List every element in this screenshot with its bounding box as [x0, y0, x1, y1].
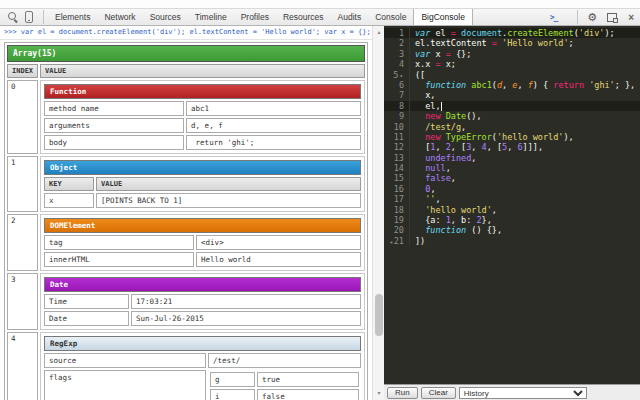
line-number: 6 [384, 80, 410, 90]
value-cell: ObjectKEYVALUEx[POINTS BACK TO 1] [40, 156, 365, 212]
code-token: () {}, [466, 225, 502, 235]
device-mode-icon[interactable] [25, 11, 33, 23]
tab-sources[interactable]: Sources [143, 9, 188, 25]
code-token: ([ [415, 70, 425, 80]
property-value-cell: Sun-Jul-26-2015 [131, 311, 361, 326]
line-number: 14 [384, 163, 410, 173]
code-line: 'hello world', [410, 205, 497, 215]
editor-line: 16 0, [384, 184, 640, 194]
code-token: , [446, 163, 451, 173]
line-number: 16 [384, 184, 410, 194]
code-token [415, 163, 425, 173]
line-number: 4 [384, 59, 410, 69]
editor-line: 17 '', [384, 194, 640, 204]
result-table-container: Array(15)INDEXVALUE0Functionmethod namea… [0, 40, 372, 400]
code-line: false, [410, 173, 456, 183]
tab-bigconsole[interactable]: BigConsole [413, 9, 472, 25]
line-number: 17 [384, 194, 410, 204]
type-header-row: Date [44, 277, 361, 292]
tab-console[interactable]: Console [368, 9, 413, 25]
tab-elements[interactable]: Elements [48, 9, 97, 25]
subtable-key-cell: i [210, 389, 255, 400]
property-value-cell: abc1 [186, 101, 361, 116]
line-number: 7 [384, 90, 410, 100]
line-number: 9 [384, 111, 410, 121]
line-number: 15 [384, 173, 410, 183]
code-token: , b: [451, 215, 477, 225]
editor-line: 5▾([ [384, 70, 640, 80]
type-table-function: Functionmethod nameabc1argumentsd, e, fb… [42, 82, 363, 152]
settings-gear-icon[interactable]: ⚙ [587, 12, 597, 22]
line-number: 11 [384, 132, 410, 142]
index-cell: 3 [7, 273, 38, 330]
subtable-row: ifalse [210, 389, 359, 400]
code-token: 'hello world' [497, 132, 564, 142]
array-result-table: Array(15)INDEXVALUE0Functionmethod namea… [4, 42, 368, 400]
code-token: function [425, 225, 466, 235]
property-name-cell: Time [44, 294, 129, 309]
tab-profiles[interactable]: Profiles [234, 9, 276, 25]
property-row: x[POINTS BACK TO 1] [44, 193, 361, 208]
property-name-cell: body [44, 135, 184, 150]
tab-resources[interactable]: Resources [276, 9, 331, 25]
code-token: new [425, 111, 440, 121]
close-devtools-icon[interactable]: × [628, 12, 634, 23]
devtools-toolbar: ElementsNetworkSourcesTimelineProfilesRe… [0, 8, 640, 26]
console-output-pane: >>> var el = document.createElement('div… [0, 26, 372, 400]
code-token: var [415, 49, 430, 59]
code-token: , [471, 153, 476, 163]
index-cell: 1 [7, 156, 38, 212]
dock-side-icon[interactable] [607, 13, 617, 22]
editor-line: 9 new Date(), [384, 111, 640, 121]
index-cell: 2 [7, 214, 38, 271]
code-token: Date [446, 111, 466, 121]
clear-button[interactable]: Clear [421, 387, 456, 399]
property-value-cell: <div> [196, 235, 361, 250]
code-line: el.textContent = 'Hello world'; [410, 38, 574, 48]
property-row: innerHTMLHello world [44, 252, 361, 267]
property-value-cell: [POINTS BACK TO 1] [96, 193, 361, 208]
flags-subtable: gtrueifalsemfalse [208, 370, 361, 400]
type-table-domelement: DOMElementtag<div>innerHTMLHello world [42, 216, 363, 269]
tab-network[interactable]: Network [97, 9, 142, 25]
fold-marker-icon[interactable]: ▾ [398, 72, 404, 79]
property-row: DateSun-Jul-26-2015 [44, 311, 361, 326]
code-token [415, 80, 425, 90]
code-editor[interactable]: 1var el = document.createElement('div');… [384, 26, 640, 384]
search-icon[interactable] [7, 11, 19, 23]
code-token: ) { [533, 80, 553, 90]
history-select[interactable]: History [459, 387, 587, 399]
type-header: Date [44, 277, 361, 292]
property-row: flagsgtrueifalsemfalse [44, 370, 361, 400]
tab-audits[interactable]: Audits [331, 9, 369, 25]
array-title: Array(15) [7, 45, 365, 62]
code-token: ]) [415, 236, 425, 246]
code-token: document [461, 28, 502, 38]
console-drawer-icon[interactable]: >_ [550, 13, 558, 22]
property-value-cell: return 'ghi'; [186, 135, 361, 150]
line-number: 3 [384, 49, 410, 59]
code-token: , [492, 205, 497, 215]
array-row-0: 0Functionmethod nameabc1argumentsd, e, f… [7, 80, 365, 154]
editor-line: 14 null, [384, 163, 640, 173]
output-scrollbar[interactable]: ▴ ▾ [372, 26, 384, 400]
code-token: 'ghi' [589, 80, 615, 90]
array-row-2: 2DOMElementtag<div>innerHTMLHello world [7, 214, 365, 271]
tab-timeline[interactable]: Timeline [188, 9, 234, 25]
code-line: {a: 1, b: 2}, [410, 215, 492, 225]
scrollbar-thumb[interactable] [375, 294, 383, 336]
code-token: , [435, 142, 445, 152]
code-token: x, [415, 90, 435, 100]
run-button[interactable]: Run [387, 387, 418, 399]
editor-line: 12 [1, 2, [3, 4, [5, 6]]], [384, 142, 640, 152]
type-header-row: Object [44, 160, 361, 175]
line-number: 8 [384, 101, 410, 111]
property-row: tag<div> [44, 235, 361, 250]
editor-action-bar: Run Clear History [384, 384, 640, 400]
code-token [415, 122, 425, 132]
property-name-cell: Date [44, 311, 129, 326]
toolbar-divider [577, 10, 578, 24]
fold-marker-icon[interactable]: ◂ [388, 238, 394, 245]
property-row: source/test/ [44, 353, 361, 368]
code-token: , [ [487, 142, 502, 152]
